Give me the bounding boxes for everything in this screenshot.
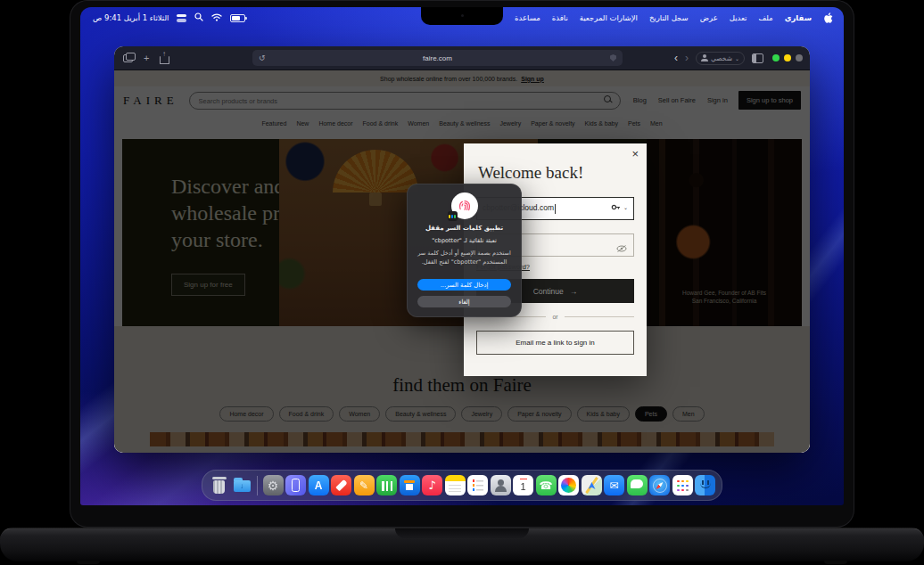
back-button[interactable]: ‹ xyxy=(674,53,678,62)
calendar-dock-icon[interactable]: 1 xyxy=(513,475,533,495)
settings-dock-icon[interactable] xyxy=(263,475,284,495)
dock: 1 xyxy=(202,470,722,501)
url-text: faire.com xyxy=(252,54,623,62)
menubar-item-عرض[interactable]: عرض xyxy=(700,13,718,22)
reload-icon[interactable]: ↺ xyxy=(259,53,266,62)
numbers-dock-icon[interactable] xyxy=(376,475,397,495)
wifi-icon[interactable] xyxy=(211,13,222,23)
dialog-title: تطبيق كلمات السر مقفل xyxy=(413,225,516,232)
window-controls xyxy=(772,54,803,61)
menu-bar-menus: سفاريملفتعديلعرضسجل التاريخالإشارات المر… xyxy=(515,7,833,29)
camera-dot xyxy=(461,14,464,17)
dialog-subtitle: تعبئة تلقائية لـ "cbpotter" xyxy=(413,237,516,244)
menu-bar-clock[interactable]: الثلاثاء 1 أبريل 9:41 ص xyxy=(93,13,169,22)
minimize-window-button[interactable] xyxy=(784,54,791,61)
close-window-button[interactable] xyxy=(796,54,803,61)
dialog-body: استخدم بصمة الإصبع أو أدخل كلمة سر المست… xyxy=(415,250,514,266)
url-bar[interactable]: ↺ faire.com xyxy=(252,50,623,66)
menubar-item-مساعدة[interactable]: مساعدة xyxy=(515,13,540,22)
battery-icon[interactable] xyxy=(230,14,245,22)
toolbar-left-group: + xyxy=(123,46,169,70)
safari-window: + ↺ faire.com ‹ › شخصي ⌄ xyxy=(114,46,810,453)
keynote-dock-icon[interactable] xyxy=(400,475,420,495)
menubar-item-ملف[interactable]: ملف xyxy=(758,13,772,22)
phone-dock-icon[interactable] xyxy=(536,475,557,495)
calendar-day: 1 xyxy=(513,475,533,495)
iphone-mirroring-dock-icon[interactable] xyxy=(285,475,306,495)
profile-label: شخصي xyxy=(711,54,732,62)
sidebar-toggle-icon[interactable] xyxy=(752,53,763,63)
trash-dock-icon[interactable] xyxy=(209,475,229,495)
close-icon[interactable]: × xyxy=(631,149,639,160)
finder-dock-icon[interactable] xyxy=(695,475,715,495)
show-password-eye-icon[interactable] xyxy=(616,241,627,257)
pages-dock-icon[interactable] xyxy=(354,475,375,495)
modal-title: Welcome back! xyxy=(478,163,583,183)
control-center-icon[interactable] xyxy=(177,14,186,22)
chevron-down-icon: ⌄ xyxy=(735,55,739,61)
enter-password-button[interactable]: إدخال كلمة السر... xyxy=(417,279,511,291)
maps-dock-icon[interactable] xyxy=(582,475,602,495)
spotlight-search-icon[interactable] xyxy=(194,12,203,23)
laptop-base xyxy=(0,528,924,561)
mail-dock-icon[interactable] xyxy=(604,475,624,495)
passwords-app-badge-icon xyxy=(448,211,458,221)
safari-dock-icon[interactable] xyxy=(649,475,670,495)
menubar-item-تعديل[interactable]: تعديل xyxy=(730,13,747,22)
person-icon xyxy=(701,54,708,61)
forward-button[interactable]: › xyxy=(685,53,689,62)
touch-id-dialog: تطبيق كلمات السر مقفل تعبئة تلقائية لـ "… xyxy=(407,184,522,317)
tab-overview-icon[interactable] xyxy=(123,54,133,62)
camera-notch xyxy=(421,7,503,25)
cancel-button[interactable]: إلغاء xyxy=(417,296,511,307)
macbook-marketing-shot: سفاريملفتعديلعرضسجل التاريخالإشارات المر… xyxy=(0,0,924,565)
menu-items: سفاريملفتعديلعرضسجل التاريخالإشارات المر… xyxy=(515,13,812,22)
menubar-item-نافذة[interactable]: نافذة xyxy=(552,13,568,22)
email-link-signin-button[interactable]: Email me a link to sign in xyxy=(476,331,634,355)
menubar-item-سجل-التاريخ[interactable]: سجل التاريخ xyxy=(649,13,689,22)
music-dock-icon[interactable] xyxy=(422,475,442,495)
lid-lift-notch xyxy=(395,528,529,538)
touch-id-fingerprint-icon xyxy=(451,192,478,219)
dock-separator xyxy=(257,476,258,495)
reminders-dock-icon[interactable] xyxy=(467,475,488,495)
arrow-right-icon: → xyxy=(570,287,578,296)
chevron-down-icon: ⌄ xyxy=(623,204,628,210)
messages-dock-icon[interactable] xyxy=(627,475,648,495)
menubar-item-سفاري[interactable]: سفاري xyxy=(785,13,812,22)
apps-dock-icon[interactable] xyxy=(672,475,693,495)
downloads-dock-icon[interactable] xyxy=(232,475,252,495)
text-caret xyxy=(555,204,556,214)
share-icon[interactable] xyxy=(160,56,169,64)
notes-dock-icon[interactable] xyxy=(445,475,466,495)
autofill-key-icon[interactable]: ⌄ xyxy=(611,203,628,211)
new-tab-icon[interactable]: + xyxy=(144,53,149,62)
zoom-window-button[interactable] xyxy=(772,54,780,61)
profile-switcher[interactable]: شخصي ⌄ xyxy=(696,52,745,65)
safari-toolbar[interactable]: + ↺ faire.com ‹ › شخصي ⌄ xyxy=(114,46,810,70)
menu-bar-status: الثلاثاء 1 أبريل 9:41 ص xyxy=(93,7,245,29)
toolbar-right-group: ‹ › شخصي ⌄ xyxy=(674,46,803,70)
menubar-item-الإشارات-المرجعية[interactable]: الإشارات المرجعية xyxy=(580,13,638,22)
faire-page: Shop wholesale online from over 100,000 … xyxy=(114,70,810,453)
games-dock-icon[interactable] xyxy=(331,475,351,495)
app-store-dock-icon[interactable] xyxy=(309,475,329,495)
desktop-wallpaper: سفاريملفتعديلعرضسجل التاريخالإشارات المر… xyxy=(80,7,844,505)
contacts-dock-icon[interactable] xyxy=(491,475,511,495)
apple-menu-icon[interactable] xyxy=(823,12,833,24)
photos-dock-icon[interactable] xyxy=(558,475,579,495)
